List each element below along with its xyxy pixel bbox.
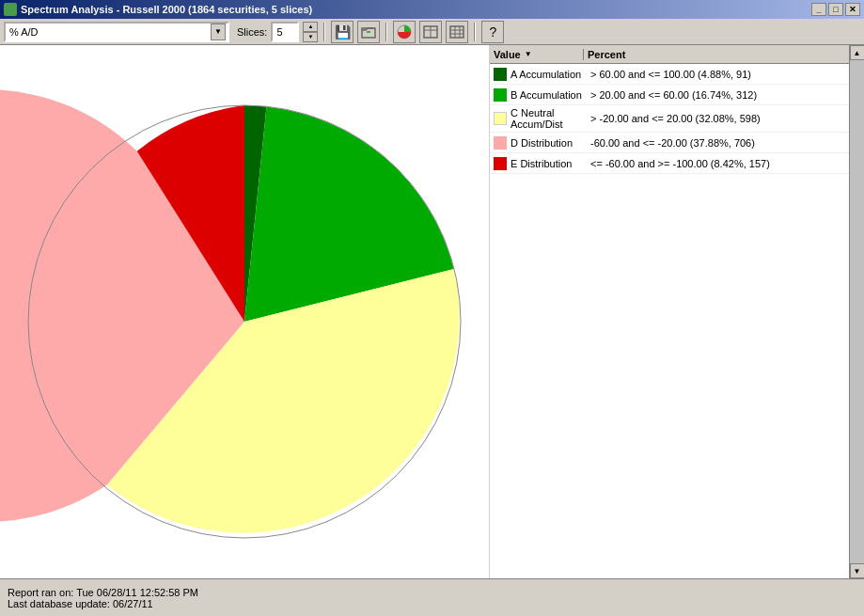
scroll-down-button[interactable]: ▼ <box>850 563 865 578</box>
legend-stats-d: -60.00 and <= -20.00 (37.88%, 706) <box>590 137 755 149</box>
app-icon <box>4 3 17 16</box>
slices-spinner[interactable]: ▲ ▼ <box>303 22 318 42</box>
legend-header: Value ▼ Percent <box>490 45 849 64</box>
legend-row-d: D Distribution -60.00 and <= -20.00 (37.… <box>490 133 849 153</box>
legend-stats-c: > -20.00 and <= 20.00 (32.08%, 598) <box>590 113 761 124</box>
color-box-e <box>494 157 507 170</box>
legend-value-header[interactable]: Value ▼ <box>490 49 584 60</box>
legend-row-c: C Neutral Accum/Dist > -20.00 and <= 20.… <box>490 105 849 133</box>
scroll-up-button[interactable]: ▲ <box>850 45 865 60</box>
legend-row-b: B Accumulation > 20.00 and <= 60.00 (16.… <box>490 85 849 105</box>
minimize-button[interactable]: _ <box>811 3 826 16</box>
color-box-b <box>494 88 507 102</box>
spin-up-button[interactable]: ▲ <box>303 22 318 32</box>
table-button[interactable] <box>419 21 442 43</box>
status-bar: Report ran on: Tue 06/28/11 12:52:58 PM … <box>0 578 864 616</box>
legend-label-c: C Neutral Accum/Dist <box>511 107 590 130</box>
legend-row-e: E Distribution <= -60.00 and >= -100.00 … <box>490 153 849 174</box>
slices-value: 5 <box>276 26 282 38</box>
legend-label-b: B Accumulation <box>511 89 590 101</box>
window-title: Spectrum Analysis - Russell 2000 (1864 s… <box>21 4 312 15</box>
spin-down-button[interactable]: ▼ <box>303 32 318 42</box>
separator2 <box>385 23 387 41</box>
slices-input[interactable]: 5 <box>271 22 299 42</box>
legend-label-d: D Distribution <box>511 137 590 149</box>
indicator-dropdown[interactable]: % A/D ▼ <box>4 22 229 42</box>
legend-stats-b: > 20.00 and <= 60.00 (16.74%, 312) <box>590 89 757 101</box>
status-line2: Last database update: 06/27/11 <box>8 598 856 609</box>
help-button[interactable]: ? <box>481 21 504 43</box>
status-line1: Report ran on: Tue 06/28/11 12:52:58 PM <box>8 587 856 598</box>
chart-area <box>0 45 489 578</box>
slices-label: Slices: <box>237 26 267 38</box>
legend-label-a: A Accumulation <box>511 69 590 80</box>
scroll-track[interactable] <box>850 60 865 563</box>
open-button[interactable] <box>357 21 380 43</box>
legend-stats-e: <= -60.00 and >= -100.00 (8.42%, 157) <box>590 158 770 169</box>
separator3 <box>474 23 476 41</box>
chart-type-button[interactable] <box>393 21 416 43</box>
legend-label-e: E Distribution <box>511 158 590 169</box>
window-controls[interactable]: _ □ ✕ <box>811 3 860 16</box>
grid-button[interactable] <box>446 21 468 43</box>
svg-rect-5 <box>450 26 463 38</box>
sort-icon: ▼ <box>525 50 532 58</box>
legend-row-a: A Accumulation > 60.00 and <= 100.00 (4.… <box>490 64 849 85</box>
legend-area: Value ▼ Percent A Accumulation > 60.00 a… <box>489 45 849 578</box>
legend-stats-a: > 60.00 and <= 100.00 (4.88%, 91) <box>590 69 751 80</box>
close-button[interactable]: ✕ <box>845 3 860 16</box>
legend-rows: A Accumulation > 60.00 and <= 100.00 (4.… <box>490 64 849 578</box>
save-button[interactable]: 💾 <box>331 21 353 43</box>
legend-percent-header[interactable]: Percent <box>584 49 629 60</box>
dropdown-arrow[interactable]: ▼ <box>211 24 226 40</box>
dropdown-value: % A/D <box>9 26 39 38</box>
color-box-a <box>494 68 507 81</box>
toolbar: % A/D ▼ Slices: 5 ▲ ▼ 💾 <box>0 19 864 45</box>
title-bar: Spectrum Analysis - Russell 2000 (1864 s… <box>0 0 864 19</box>
pie-chart <box>0 63 489 561</box>
color-box-d <box>494 136 507 150</box>
vertical-scrollbar[interactable]: ▲ ▼ <box>849 45 864 578</box>
maximize-button[interactable]: □ <box>828 3 843 16</box>
color-box-c <box>494 112 507 125</box>
separator1 <box>323 23 325 41</box>
